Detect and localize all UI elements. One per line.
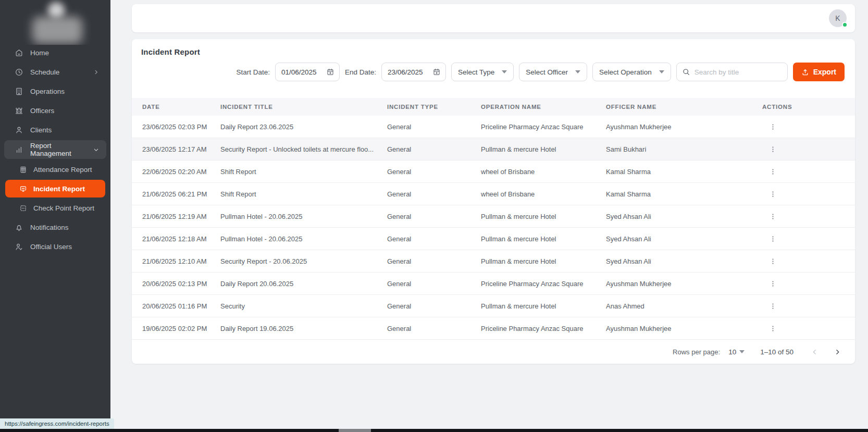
cell-title: Shift Report	[220, 168, 387, 176]
cell-title: Pullman Hotel - 20.06.2025	[220, 235, 387, 243]
sidebar-item-label: Report Management	[30, 142, 93, 157]
cell-officer: Sami Bukhari	[606, 145, 762, 153]
cell-officer: Syed Ahsan Ali	[606, 235, 762, 243]
select-officer-label: Select Officer	[526, 68, 568, 76]
cell-title: Daily Report 20.06.2025	[220, 280, 387, 288]
table-row[interactable]: 21/06/2025 12:10 AMSecurity Report - 20.…	[132, 250, 855, 273]
select-type-dropdown[interactable]: Select Type	[451, 63, 514, 81]
row-actions-menu-button[interactable]	[765, 299, 780, 313]
end-date-label: End Date:	[345, 68, 376, 76]
cell-operation: Priceline Pharmacy Anzac Square	[481, 280, 606, 288]
row-actions-menu-button[interactable]	[765, 164, 780, 179]
table-row[interactable]: 21/06/2025 12:18 AMPullman Hotel - 20.06…	[132, 228, 855, 250]
table-row[interactable]: 19/06/2025 02:02 PMDaily Report 19.06.20…	[132, 317, 855, 340]
cell-title: Daily Report 19.06.2025	[220, 325, 387, 332]
sidebar-item-label: Incident Report	[33, 185, 85, 193]
cell-actions	[762, 321, 855, 336]
sidebar-item-label: Notifications	[30, 224, 69, 231]
select-operation-dropdown[interactable]: Select Operation	[592, 63, 671, 81]
sidebar-item-attendance-report[interactable]: Attendance Report	[0, 161, 110, 178]
cell-type: General	[387, 325, 481, 332]
end-date-value: 23/06/2025	[388, 68, 423, 76]
cell-officer: Kamal Sharma	[606, 168, 762, 176]
table-row[interactable]: 21/06/2025 06:21 PMShift ReportGeneralwh…	[132, 183, 855, 205]
search-icon	[682, 68, 690, 76]
pagination-bar: Rows per page: 10 1–10 of 50	[132, 340, 855, 364]
table-row[interactable]: 21/06/2025 12:19 AMPullman Hotel - 20.06…	[132, 205, 855, 228]
sidebar-item-check-point-report[interactable]: Check Point Report	[0, 199, 110, 217]
incident-report-card: Incident Report Start Date: 01/06/2025 E…	[132, 39, 855, 364]
row-actions-menu-button[interactable]	[765, 209, 780, 224]
row-actions-menu-button[interactable]	[765, 276, 780, 291]
person-icon	[15, 126, 23, 134]
upload-icon	[801, 68, 809, 76]
cell-type: General	[387, 213, 481, 220]
cell-operation: wheel of Brisbane	[481, 190, 606, 198]
select-type-label: Select Type	[458, 68, 494, 76]
page-title: Incident Report	[141, 47, 200, 56]
rows-per-page-label: Rows per page:	[673, 348, 720, 356]
search-box	[676, 63, 788, 81]
sidebar-item-home[interactable]: Home	[0, 44, 110, 61]
table-row[interactable]: 20/06/2025 02:13 PMDaily Report 20.06.20…	[132, 273, 855, 295]
sidebar-item-officers[interactable]: Officers	[0, 102, 110, 119]
cell-date: 22/06/2025 02:20 AM	[142, 168, 220, 176]
cell-actions	[762, 142, 855, 156]
start-date-input[interactable]: 01/06/2025	[275, 63, 340, 81]
sidebar-item-notifications[interactable]: Notifications	[0, 218, 110, 236]
cell-officer: Syed Ahsan Ali	[606, 257, 762, 265]
sidebar-item-official-users[interactable]: Official Users	[0, 238, 110, 255]
cell-operation: Priceline Pharmacy Anzac Square	[481, 123, 606, 131]
cell-actions	[762, 254, 855, 268]
previous-page-button[interactable]	[808, 345, 821, 358]
incident-chat-icon	[19, 185, 27, 193]
end-date-input[interactable]: 23/06/2025	[381, 63, 446, 81]
cell-operation: wheel of Brisbane	[481, 168, 606, 176]
select-officer-dropdown[interactable]: Select Officer	[519, 63, 587, 81]
calendar-icon[interactable]	[326, 68, 334, 76]
user-avatar[interactable]: K	[829, 9, 847, 27]
incident-table: DATEINCIDENT TITLEINCIDENT TYPEOPERATION…	[132, 98, 855, 340]
row-actions-menu-button[interactable]	[765, 321, 780, 336]
caret-down-icon	[659, 70, 664, 73]
row-actions-menu-button[interactable]	[765, 142, 780, 156]
cell-title: Daily Report 23.06.2025	[220, 123, 387, 131]
brand-logo[interactable]	[0, 0, 110, 45]
export-button[interactable]: Export	[793, 63, 845, 81]
sidebar-item-clients[interactable]: Clients	[0, 121, 110, 139]
calendar-icon[interactable]	[432, 68, 441, 76]
table-row[interactable]: 22/06/2025 02:20 AMShift ReportGeneralwh…	[132, 161, 855, 183]
cell-date: 20/06/2025 02:13 PM	[142, 280, 220, 288]
cell-date: 21/06/2025 12:10 AM	[142, 257, 220, 265]
table-row[interactable]: 20/06/2025 01:16 PMSecurityGeneralPullma…	[132, 295, 855, 317]
cell-officer: Anas Ahmed	[606, 302, 762, 310]
cell-type: General	[387, 190, 481, 198]
column-header-officer-name: OFFICER NAME	[606, 104, 762, 110]
table-row[interactable]: 23/06/2025 12:17 AMSecurity Report - Unl…	[132, 138, 855, 161]
row-actions-menu-button[interactable]	[765, 254, 780, 268]
next-page-button[interactable]	[831, 345, 844, 358]
start-date-value: 01/06/2025	[281, 68, 317, 76]
export-button-label: Export	[813, 68, 836, 76]
cell-type: General	[387, 168, 481, 176]
cell-officer: Ayushman Mukherjee	[606, 325, 762, 332]
sidebar-item-incident-report[interactable]: Incident Report	[5, 180, 105, 198]
row-actions-menu-button[interactable]	[765, 231, 780, 246]
cell-actions	[762, 299, 855, 313]
table-row[interactable]: 23/06/2025 02:03 PMDaily Report 23.06.20…	[132, 116, 855, 138]
cell-date: 23/06/2025 12:17 AM	[142, 145, 220, 153]
sidebar-item-report-management[interactable]: Report Management	[4, 140, 106, 159]
sidebar-item-operations[interactable]: Operations	[0, 82, 110, 100]
cell-actions	[762, 209, 855, 224]
row-actions-menu-button[interactable]	[765, 187, 780, 201]
sidebar-item-schedule[interactable]: Schedule	[0, 63, 110, 81]
rows-per-page-select[interactable]: 10	[728, 348, 745, 356]
search-input[interactable]	[695, 68, 782, 76]
cell-date: 20/06/2025 01:16 PM	[142, 302, 220, 310]
row-actions-menu-button[interactable]	[765, 119, 780, 134]
cell-actions	[762, 119, 855, 134]
main-area: K Incident Report Start Date: 01/06/2025…	[110, 0, 868, 432]
cell-date: 21/06/2025 12:18 AM	[142, 235, 220, 243]
presence-indicator	[842, 22, 848, 28]
cell-officer: Syed Ahsan Ali	[606, 213, 762, 220]
